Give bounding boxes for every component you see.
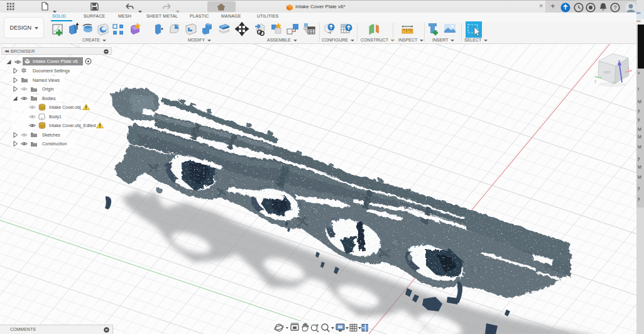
svg-text:LEFT: LEFT — [604, 70, 611, 74]
svg-text:y: y — [594, 79, 597, 84]
svg-text:x: x — [627, 66, 630, 70]
svg-text:?: ? — [614, 4, 617, 11]
svg-text:Z: Z — [618, 60, 621, 64]
